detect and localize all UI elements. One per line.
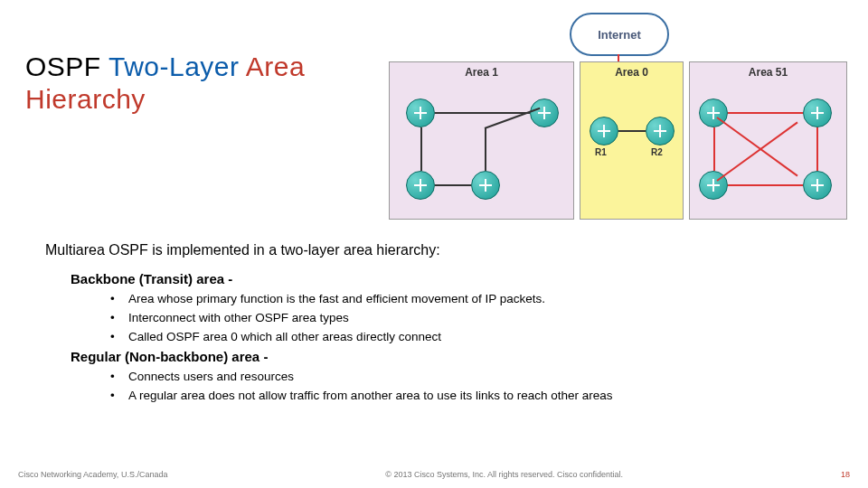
serial-link-icon <box>728 112 803 114</box>
page-title: OSPF Two-Layer Area Hierarchy <box>25 51 360 116</box>
title-block: OSPF Two-Layer Area Hierarchy <box>25 51 360 116</box>
area-1-label: Area 1 <box>465 66 498 79</box>
router-r2-icon <box>646 117 675 145</box>
footer-left: Cisco Networking Academy, U.S./Canada <box>18 470 167 479</box>
backbone-list: Area whose primary function is the fast … <box>110 292 832 343</box>
ethernet-link-icon <box>485 127 486 171</box>
area-51-box: Area 51 <box>689 61 847 220</box>
router-r1-label: R1 <box>595 147 607 157</box>
list-item: Called OSPF area 0 which all other areas… <box>110 330 832 343</box>
title-part-blue: Two-Layer <box>108 52 240 81</box>
cloud-label: Internet <box>598 28 641 42</box>
body-content: Multiarea OSPF is implemented in a two-l… <box>45 242 832 408</box>
serial-link-icon <box>713 127 715 171</box>
internet-cloud-icon: Internet <box>570 13 669 56</box>
regular-list: Connects users and resources A regular a… <box>110 370 832 402</box>
ethernet-link-icon <box>420 127 422 171</box>
footer-center: © 2013 Cisco Systems, Inc. All rights re… <box>385 470 623 479</box>
list-item: Interconnect with other OSPF area types <box>110 311 832 324</box>
list-item: Connects users and resources <box>110 370 832 383</box>
area-0-label: Area 0 <box>615 66 648 79</box>
network-diagram: Internet Area 1 Area 0 R1 R2 <box>389 9 850 221</box>
router-icon <box>471 171 500 200</box>
slide: OSPF Two-Layer Area Hierarchy Internet A… <box>0 0 868 488</box>
serial-link-icon <box>716 122 797 182</box>
areas-row: Area 1 Area 0 R1 R2 Area 51 <box>389 61 850 220</box>
ethernet-link-icon <box>618 130 646 132</box>
area-1-box: Area 1 <box>389 61 574 220</box>
footer: Cisco Networking Academy, U.S./Canada © … <box>0 470 868 479</box>
title-part2 <box>240 52 246 81</box>
router-icon <box>406 99 435 127</box>
router-icon <box>406 171 435 200</box>
area-0-box: Area 0 R1 R2 <box>580 61 684 220</box>
ethernet-link-icon <box>435 184 471 186</box>
router-icon <box>803 171 832 200</box>
regular-heading: Regular (Non-backbone) area - <box>71 349 832 364</box>
title-part1: OSPF <box>25 52 108 81</box>
serial-link-icon <box>816 127 818 171</box>
router-icon <box>803 99 832 127</box>
ethernet-link-icon <box>435 112 530 114</box>
page-number: 18 <box>841 470 850 479</box>
list-item: Area whose primary function is the fast … <box>110 292 832 305</box>
serial-link-icon <box>728 184 803 186</box>
router-r1-icon <box>590 117 618 145</box>
router-r2-label: R2 <box>651 147 663 157</box>
router-icon <box>530 99 559 127</box>
serial-link-icon <box>716 117 797 176</box>
area-51-label: Area 51 <box>749 66 788 79</box>
list-item: A regular area does not allow traffic fr… <box>110 389 832 402</box>
intro-text: Multiarea OSPF is implemented in a two-l… <box>45 242 832 258</box>
backbone-heading: Backbone (Transit) area - <box>71 271 832 286</box>
